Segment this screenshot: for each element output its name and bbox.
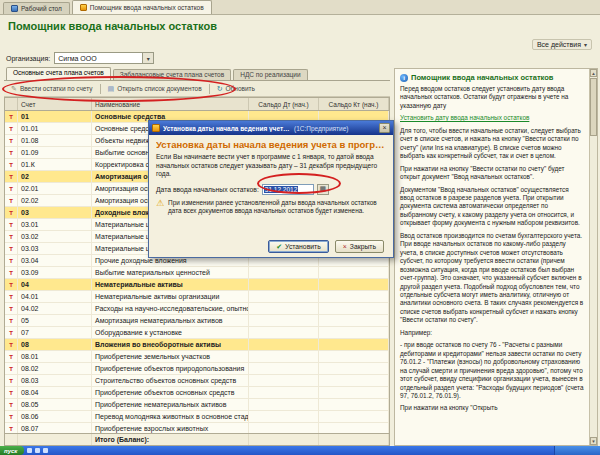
column-header[interactable]: Сальдо Кт (нач.) <box>319 98 389 110</box>
assistant-tab-icon <box>80 4 87 11</box>
column-header-icon[interactable] <box>5 98 18 110</box>
total-account-cell <box>18 434 92 445</box>
scroll-up-icon[interactable]: ▲ <box>590 69 597 77</box>
cell-account: 08.07 <box>18 423 92 433</box>
account-icon: Т <box>5 267 18 278</box>
cell-account: 05 <box>18 315 92 326</box>
account-icon: Т <box>5 411 18 422</box>
start-button[interactable]: пуск <box>0 446 24 455</box>
quick-launch-icon[interactable] <box>43 448 48 453</box>
total-debit-cell <box>249 434 319 445</box>
table-row[interactable]: Т04.01Нематериальные активы организации <box>5 291 389 303</box>
account-icon: Т <box>5 375 18 386</box>
table-row[interactable]: Т08.06Перевод молодняка животных в основ… <box>5 411 389 423</box>
date-input[interactable]: 31.12.2012 <box>262 184 314 195</box>
window-tab[interactable]: Помощник ввода начальных остатков <box>72 0 212 14</box>
account-icon: Т <box>5 423 18 433</box>
cell-name: Оборудование к установке <box>92 327 249 338</box>
quick-launch-icon[interactable] <box>27 448 32 453</box>
cell-debit-balance <box>249 327 319 338</box>
window-tab[interactable]: Рабочий стол <box>3 2 70 14</box>
cell-account: 03.04 <box>18 255 92 266</box>
view-tab[interactable]: Основные счета плана счетов <box>6 67 111 80</box>
account-icon: Т <box>5 219 18 230</box>
organization-field[interactable]: Сигма ООО ▾ <box>54 52 154 64</box>
cell-name: Строительство объектов основных средств <box>92 375 249 386</box>
help-paragraph: Перед вводом остатков следует установить… <box>400 85 584 110</box>
table-header: СчетНаименованиеСальдо Дт (нач.)Сальдо К… <box>5 98 389 111</box>
table-row[interactable]: Т05Амортизация нематериальных активов <box>5 315 389 327</box>
page-title: Помощник ввода начальных остатков <box>8 20 217 32</box>
account-icon: Т <box>5 303 18 314</box>
table-row[interactable]: Т08.07Приобретение взрослых животных <box>5 423 389 433</box>
cell-debit-balance <box>249 399 319 410</box>
view-tab[interactable]: НДС по реализации <box>233 69 307 80</box>
dialog-titlebar[interactable]: Установка даты начала ведения учета в пр… <box>149 121 393 135</box>
cell-account: 07 <box>18 327 92 338</box>
table-row[interactable]: Т08.03Строительство объектов основных ср… <box>5 375 389 387</box>
warning-icon: ⚠ <box>156 199 164 216</box>
cell-name: Нематериальные активы <box>92 279 249 290</box>
cell-credit-balance <box>319 291 389 302</box>
chevron-down-icon[interactable]: ▾ <box>142 53 153 63</box>
cell-credit-balance <box>319 339 389 350</box>
cell-credit-balance <box>319 375 389 386</box>
table-row[interactable]: Т08Вложения во внеоборотные активы <box>5 339 389 351</box>
dialog-buttons: ✔ Установить × Закрыть <box>156 238 386 253</box>
table-row[interactable]: Т04Нематериальные активы <box>5 279 389 291</box>
table-row[interactable]: Т08.04Приобретение объектов основных сре… <box>5 387 389 399</box>
table-row[interactable]: Т03.09Выбытие материальных ценностей <box>5 267 389 279</box>
table-row[interactable]: Т04.02Расходы на научно-исследовательски… <box>5 303 389 315</box>
account-icon: Т <box>5 315 18 326</box>
table-row[interactable]: Т08.05Приобретение нематериальных активо… <box>5 399 389 411</box>
toolbar-button[interactable]: ▤Открыть список документов <box>104 83 206 95</box>
account-icon: Т <box>5 123 18 134</box>
cell-account: 03.02 <box>18 231 92 242</box>
account-icon: Т <box>5 291 18 302</box>
help-paragraph: При нажатии на кнопку "Ввести остатки по… <box>400 165 584 182</box>
close-icon[interactable]: × <box>379 123 390 133</box>
help-paragraph: Документом "Ввод начальных остатков" осу… <box>400 186 584 228</box>
column-header[interactable]: Счет <box>18 98 92 110</box>
account-icon: Т <box>5 135 18 146</box>
close-button-label: Закрыть <box>350 243 376 250</box>
quick-launch-icon[interactable] <box>35 448 40 453</box>
account-icon: Т <box>5 171 18 182</box>
column-header[interactable]: Сальдо Дт (нач.) <box>249 98 319 110</box>
table-total-row: Итого (Баланс): <box>5 433 389 445</box>
start-button-label: пуск <box>4 448 17 454</box>
table-row[interactable]: Т08.01Приобретение земельных участков <box>5 351 389 363</box>
all-actions-button[interactable]: Все действия ▾ <box>532 39 592 50</box>
help-scrollbar[interactable]: ▲ ▼ <box>589 69 597 445</box>
help-link[interactable]: Установить дату ввода начальных остатков <box>400 114 584 122</box>
account-icon: Т <box>5 279 18 290</box>
cell-credit-balance <box>319 315 389 326</box>
cell-name: Приобретение земельных участков <box>92 351 249 362</box>
all-actions-label: Все действия <box>537 41 581 48</box>
cell-account: 04.02 <box>18 303 92 314</box>
cell-debit-balance <box>249 387 319 398</box>
toolbar-button[interactable]: ✎Ввести остатки по счету <box>7 83 97 95</box>
table-row[interactable]: Т07Оборудование к установке <box>5 327 389 339</box>
account-icon: Т <box>5 399 18 410</box>
table-row[interactable]: Т08.02Приобретение объектов природопольз… <box>5 363 389 375</box>
account-icon: Т <box>5 195 18 206</box>
toolbar-button[interactable]: ↻Обновить <box>213 83 259 95</box>
column-header[interactable]: Наименование <box>92 98 249 110</box>
view-tab[interactable]: Забалансовые счета плана счетов <box>113 69 231 80</box>
cell-debit-balance <box>249 291 319 302</box>
close-button[interactable]: × Закрыть <box>335 240 384 253</box>
scrollbar-thumb[interactable] <box>590 78 597 136</box>
cell-name: Выбытие материальных ценностей <box>92 267 249 278</box>
cell-account: 01.09 <box>18 147 92 158</box>
cell-debit-balance <box>249 267 319 278</box>
cell-account: 03.01 <box>18 219 92 230</box>
enter-balance-icon: ✎ <box>11 85 17 93</box>
account-icon: Т <box>5 363 18 374</box>
account-icon: Т <box>5 327 18 338</box>
cell-name: Приобретение объектов основных средств <box>92 387 249 398</box>
scroll-down-icon[interactable]: ▼ <box>590 437 597 445</box>
set-button[interactable]: ✔ Установить <box>268 240 329 253</box>
cell-account: 08.01 <box>18 351 92 362</box>
calendar-icon[interactable]: ▦ <box>317 184 329 195</box>
